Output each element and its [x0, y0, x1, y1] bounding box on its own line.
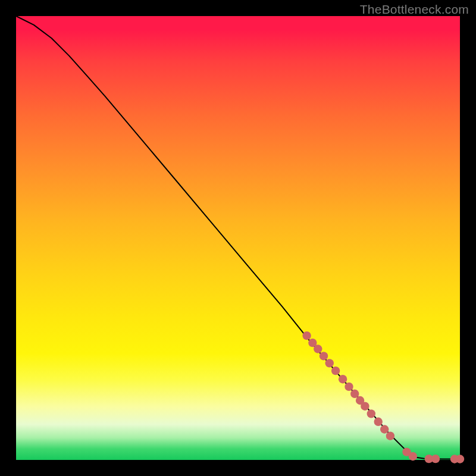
data-marker [345, 383, 353, 391]
data-marker [302, 331, 311, 340]
data-marker [409, 452, 417, 461]
data-marker [314, 345, 322, 353]
data-marker [331, 367, 340, 375]
data-marker [456, 455, 464, 463]
bottleneck-curve [16, 16, 460, 459]
data-marker [339, 375, 347, 383]
data-marker [350, 390, 359, 398]
chart-frame: TheBottleneck.com [0, 0, 476, 476]
data-marker [431, 455, 440, 463]
data-markers [302, 331, 464, 464]
data-marker [320, 352, 328, 360]
data-marker [380, 425, 389, 433]
data-marker [325, 359, 334, 367]
data-marker [367, 409, 375, 418]
data-marker [374, 418, 383, 426]
data-marker [386, 432, 394, 440]
data-marker [361, 402, 369, 411]
watermark-text: TheBottleneck.com [360, 2, 469, 17]
plot-area [16, 16, 460, 460]
chart-svg [16, 16, 460, 460]
